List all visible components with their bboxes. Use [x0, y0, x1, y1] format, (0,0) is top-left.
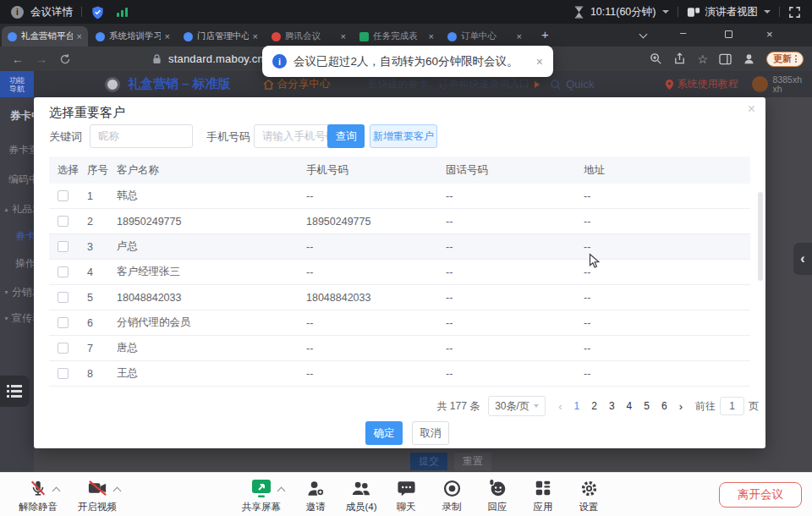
browser-tab-5[interactable]: 任务完成表 × — [354, 26, 440, 47]
row-checkbox[interactable] — [58, 343, 69, 354]
info-icon[interactable]: i — [11, 6, 24, 19]
lock-icon[interactable] — [152, 53, 162, 64]
window-minimize-icon[interactable]: – — [680, 26, 686, 39]
browser-tab-3[interactable]: 门店管理中心 × — [178, 26, 264, 47]
fullscreen-icon[interactable] — [788, 6, 801, 19]
tab-close-icon[interactable]: × — [77, 31, 82, 41]
bookmark-star-icon[interactable]: ☆ — [697, 53, 708, 65]
table-row[interactable]: 7 唐总 -- -- -- — [49, 336, 750, 361]
table-row[interactable]: 2 18950249775 18950249775 -- -- — [49, 209, 750, 234]
view-mode-label[interactable]: 演讲者视图 — [705, 5, 759, 19]
page-2[interactable]: 2 — [591, 400, 597, 412]
table-scrollbar[interactable] — [758, 192, 763, 281]
panel-expand-handle[interactable]: ‹ — [793, 243, 812, 275]
submit-button-dimmed[interactable]: 提交 — [410, 453, 447, 470]
modal-close-icon[interactable]: × — [748, 102, 755, 117]
tab-close-icon[interactable]: × — [253, 31, 258, 41]
network-signal-icon[interactable] — [117, 7, 128, 17]
sidebar-item-2[interactable]: 编码中 — [8, 173, 34, 187]
sidebar-item-3[interactable]: ▲礼品发 — [3, 202, 34, 217]
row-checkbox[interactable] — [58, 292, 69, 303]
table-row[interactable]: 1 韩总 -- -- -- — [49, 184, 750, 209]
table-row[interactable]: 4 客户经理张三 -- -- -- — [49, 260, 750, 285]
table-row[interactable]: 5 18048842033 18048842033 -- -- — [49, 285, 750, 310]
tab-close-icon[interactable]: × — [429, 31, 434, 41]
sidebar-item-7[interactable]: ▼宣传动 — [3, 311, 34, 326]
sidebar-item-0[interactable]: 券卡中 — [10, 109, 34, 124]
reset-button-dimmed[interactable]: 重置 — [454, 453, 491, 470]
settings-button[interactable]: 设置 — [571, 477, 606, 513]
tab-close-icon[interactable]: × — [517, 31, 522, 41]
next-page-icon[interactable]: › — [679, 400, 683, 413]
zoom-icon[interactable] — [650, 52, 662, 65]
sidebar-item-4[interactable]: 券卡 — [15, 229, 34, 244]
row-checkbox[interactable] — [58, 190, 69, 201]
row-checkbox[interactable] — [58, 216, 69, 227]
page-1[interactable]: 1 — [574, 400, 580, 412]
record-button[interactable]: 录制 — [434, 477, 469, 513]
row-checkbox[interactable] — [58, 266, 69, 277]
share-center-link[interactable]: 合分享中心 — [263, 77, 331, 91]
mute-button[interactable]: 解除静音 — [8, 477, 68, 513]
apps-button[interactable]: 应用 — [525, 477, 561, 513]
meeting-list-button[interactable] — [0, 376, 30, 407]
chevron-up-icon[interactable] — [52, 487, 61, 496]
forward-icon[interactable]: → — [36, 52, 47, 66]
timer-dropdown-caret[interactable] — [662, 10, 669, 14]
row-checkbox[interactable] — [58, 317, 69, 328]
page-4[interactable]: 4 — [627, 400, 633, 412]
tab-search-caret-icon[interactable] — [639, 30, 648, 39]
tab-close-icon[interactable]: × — [341, 31, 346, 41]
window-maximize-icon[interactable] — [725, 30, 732, 38]
shield-check-icon[interactable] — [91, 5, 105, 19]
video-button[interactable]: 开启视频 — [68, 477, 127, 513]
cancel-button[interactable]: 取消 — [412, 421, 449, 445]
page-size-select[interactable]: 30条/页 — [488, 396, 546, 416]
chat-button[interactable]: 聊天 — [388, 477, 424, 513]
row-checkbox[interactable] — [58, 368, 69, 379]
tutorial-link[interactable]: 系统使用教程 — [665, 77, 738, 91]
keyword-input[interactable] — [90, 124, 193, 148]
new-tab-icon[interactable]: + — [541, 27, 549, 41]
back-icon[interactable]: ← — [12, 52, 24, 66]
invite-button[interactable]: 邀请 — [298, 477, 333, 513]
leave-meeting-button[interactable]: 离开会议 — [719, 482, 802, 508]
meeting-details-label[interactable]: 会议详情 — [30, 5, 73, 19]
nav-toggle-button[interactable]: 功能 导航 — [0, 71, 34, 97]
chevron-up-icon[interactable] — [112, 487, 121, 496]
react-button[interactable]: 回应 — [480, 477, 515, 513]
table-row-hovered[interactable]: 3 卢总 -- -- -- — [49, 234, 750, 260]
toast-close-icon[interactable]: × — [536, 55, 543, 69]
browser-tab-4[interactable]: 腾讯会议 × — [266, 26, 352, 47]
quick-search[interactable]: Quick — [550, 78, 594, 91]
page-3[interactable]: 3 — [609, 400, 615, 412]
share-icon[interactable] — [673, 52, 686, 65]
row-checkbox[interactable] — [58, 241, 69, 252]
browser-update-button[interactable]: 更新 — [766, 52, 804, 67]
browser-tab-2[interactable]: 系统培训学习 × — [90, 26, 176, 47]
reload-icon[interactable] — [59, 53, 71, 65]
search-button[interactable]: 查询 — [327, 124, 365, 148]
page-6[interactable]: 6 — [661, 400, 667, 412]
user-menu[interactable]: 8385xh xh — [752, 75, 802, 94]
side-panel-icon[interactable] — [719, 53, 732, 65]
confirm-button[interactable]: 确定 — [365, 421, 403, 445]
browser-tab-1[interactable]: 礼盒营销平台管理中心 × — [2, 26, 88, 47]
sidebar-item-6[interactable]: ▼分销发 — [3, 285, 34, 299]
profile-icon[interactable] — [743, 52, 755, 65]
page-5[interactable]: 5 — [644, 400, 650, 412]
table-row[interactable]: 6 分销代理的会员 -- -- -- — [49, 310, 750, 336]
share-screen-button[interactable]: 共享屏幕 — [238, 477, 285, 513]
sidebar-item-1[interactable]: 券卡查 — [8, 143, 34, 157]
add-customer-button[interactable]: 新增重要客户 — [370, 124, 437, 148]
sidebar-item-5[interactable]: 操作 — [15, 256, 34, 271]
chevron-up-icon[interactable] — [277, 487, 286, 496]
tab-close-icon[interactable]: × — [165, 31, 170, 41]
view-dropdown-caret[interactable] — [764, 10, 771, 14]
table-row[interactable]: 8 王总 -- -- -- — [49, 361, 750, 387]
prev-page-icon[interactable]: ‹ — [558, 400, 562, 413]
browser-tab-6[interactable]: 订单中心 × — [442, 26, 528, 47]
goto-page-input[interactable] — [720, 397, 744, 415]
members-button[interactable]: 成员(4) — [338, 477, 384, 513]
window-close-icon[interactable]: × — [766, 28, 773, 41]
